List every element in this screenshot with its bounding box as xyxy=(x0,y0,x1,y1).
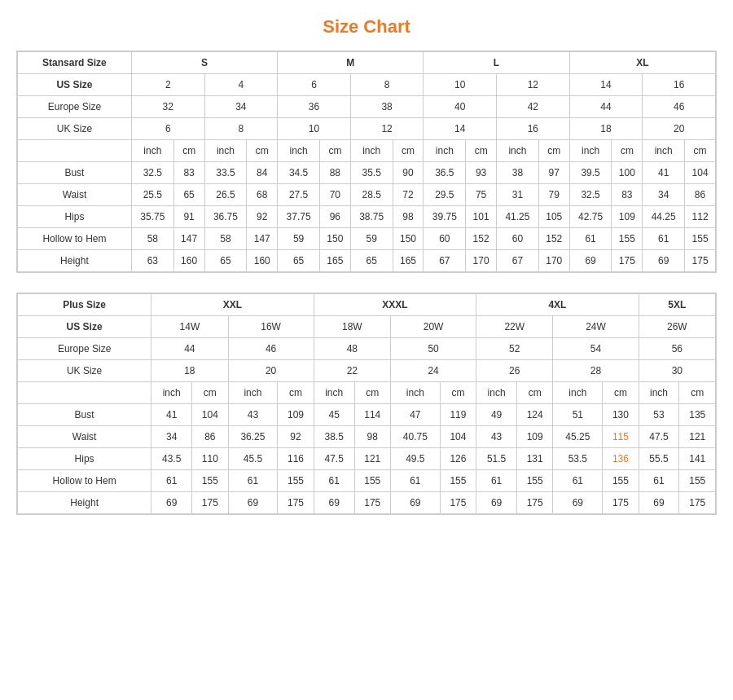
plus-uk-26: 26 xyxy=(476,360,553,382)
hips-val: 38.75 xyxy=(350,206,393,228)
waist-val: 34 xyxy=(643,184,685,206)
height-val: 175 xyxy=(685,250,716,272)
hips-val: 98 xyxy=(393,206,424,228)
plus-unit-inch-5: inch xyxy=(476,382,517,404)
bust-val: 34.5 xyxy=(278,162,320,184)
plus-hips-val: 131 xyxy=(517,448,553,470)
unit-cm-3: cm xyxy=(319,140,350,162)
plus-eu-54: 54 xyxy=(553,338,639,360)
plus-height-val: 175 xyxy=(354,492,390,514)
stansard-size-label: Stansard Size xyxy=(18,52,132,74)
plus-hips-val: 45.5 xyxy=(228,448,278,470)
plus-hollow-val: 155 xyxy=(440,470,476,492)
hips-label: Hips xyxy=(18,206,132,228)
plus-hips-val: 141 xyxy=(679,448,716,470)
plus-eu-46: 46 xyxy=(228,338,314,360)
waist-val: 79 xyxy=(538,184,569,206)
plus-unit-inch-3: inch xyxy=(314,382,354,404)
bust-val: 38 xyxy=(497,162,539,184)
plus-uk-30: 30 xyxy=(639,360,715,382)
plus-height-val: 69 xyxy=(476,492,517,514)
plus-bust-val: 47 xyxy=(390,404,440,426)
height-label: Height xyxy=(18,250,132,272)
us-10: 10 xyxy=(424,74,497,96)
hips-val: 42.75 xyxy=(569,206,612,228)
hollow-val: 155 xyxy=(685,228,716,250)
us-size-label: US Size xyxy=(18,74,132,96)
hips-val: 96 xyxy=(319,206,350,228)
eu-40: 40 xyxy=(424,96,497,118)
height-val: 69 xyxy=(569,250,612,272)
plus-uk-20: 20 xyxy=(228,360,314,382)
unit-inch-5: inch xyxy=(424,140,466,162)
height-val: 65 xyxy=(278,250,320,272)
plus-unit-cm-6: cm xyxy=(603,382,639,404)
us-4: 4 xyxy=(204,74,278,96)
hips-val: 109 xyxy=(612,206,643,228)
plus-hips-val: 53.5 xyxy=(553,448,603,470)
plus-hollow-label: Hollow to Hem xyxy=(18,470,151,492)
plus-waist-val: 47.5 xyxy=(639,426,679,448)
bust-val: 41 xyxy=(643,162,685,184)
us-16: 16 xyxy=(643,74,716,96)
eu-44: 44 xyxy=(569,96,643,118)
us-8: 8 xyxy=(350,74,424,96)
plus-waist-val: 115 xyxy=(603,426,639,448)
unit-inch-2: inch xyxy=(204,140,247,162)
plus-us-24w: 24W xyxy=(553,316,639,338)
table-row: Waist 25.5 65 26.5 68 27.5 70 28.5 72 29… xyxy=(18,184,716,206)
l-header: L xyxy=(424,52,569,74)
plus-eu-48: 48 xyxy=(314,338,390,360)
eu-46: 46 xyxy=(643,96,716,118)
eu-38: 38 xyxy=(350,96,424,118)
eu-36: 36 xyxy=(278,96,351,118)
plus-height-val: 175 xyxy=(192,492,228,514)
waist-val: 72 xyxy=(393,184,424,206)
us-2: 2 xyxy=(131,74,204,96)
hollow-val: 59 xyxy=(350,228,393,250)
eu-32: 32 xyxy=(131,96,204,118)
plus-uk-24: 24 xyxy=(390,360,476,382)
plus-hollow-val: 61 xyxy=(639,470,679,492)
plus-hips-label: Hips xyxy=(18,448,151,470)
bust-val: 32.5 xyxy=(131,162,173,184)
hips-val: 36.75 xyxy=(204,206,247,228)
plus-waist-val: 109 xyxy=(517,426,553,448)
hips-val: 101 xyxy=(466,206,497,228)
plus-europe-label: Europe Size xyxy=(18,338,151,360)
waist-val: 25.5 xyxy=(131,184,173,206)
plus-eu-50: 50 xyxy=(390,338,476,360)
bust-val: 36.5 xyxy=(424,162,466,184)
uk-12: 12 xyxy=(350,118,424,140)
plus-unit-inch-1: inch xyxy=(151,382,192,404)
hollow-val: 60 xyxy=(497,228,539,250)
plus-hollow-val: 61 xyxy=(390,470,440,492)
plus-hollow-val: 61 xyxy=(151,470,192,492)
plus-hips-val: 43.5 xyxy=(151,448,192,470)
plus-us-26w: 26W xyxy=(639,316,715,338)
uk-size-label: UK Size xyxy=(18,118,132,140)
waist-val: 32.5 xyxy=(569,184,612,206)
plus-waist-val: 45.25 xyxy=(553,426,603,448)
hollow-val: 58 xyxy=(131,228,173,250)
unit-inch-3: inch xyxy=(278,140,320,162)
plus-eu-56: 56 xyxy=(639,338,715,360)
plus-height-val: 175 xyxy=(278,492,314,514)
hips-val: 44.25 xyxy=(643,206,685,228)
plus-bust-label: Bust xyxy=(18,404,151,426)
plus-bust-val: 109 xyxy=(278,404,314,426)
plus-height-val: 175 xyxy=(679,492,716,514)
uk-16: 16 xyxy=(497,118,570,140)
hollow-val: 150 xyxy=(393,228,424,250)
plus-unit-cm-5: cm xyxy=(517,382,553,404)
hips-val: 112 xyxy=(685,206,716,228)
unit-cm-8: cm xyxy=(685,140,716,162)
waist-val: 75 xyxy=(466,184,497,206)
unit-cm-4: cm xyxy=(393,140,424,162)
us-12: 12 xyxy=(497,74,570,96)
unit-empty xyxy=(18,140,132,162)
uk-8: 8 xyxy=(204,118,278,140)
waist-label: Waist xyxy=(18,184,132,206)
bust-val: 93 xyxy=(466,162,497,184)
waist-val: 28.5 xyxy=(350,184,393,206)
